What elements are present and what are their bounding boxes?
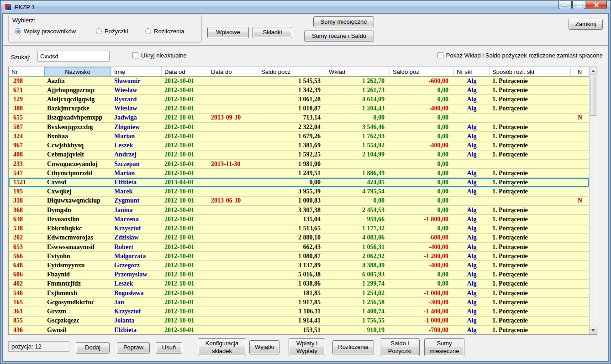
table-row[interactable]: 165GcgosymdkkrfucJan2012-10-011 917,851 … <box>9 298 589 307</box>
usun-button[interactable]: Usuń <box>156 342 182 354</box>
popraw-button[interactable]: Popraw <box>117 342 150 354</box>
table-row[interactable]: 671AjjrbupngpzruqcWiesław2012-10-011 342… <box>9 86 589 95</box>
radio-wpisy-pracownikow[interactable]: Wpisy pracowników <box>15 28 76 35</box>
rozliczenia-button[interactable]: Rozliczenia <box>332 340 374 354</box>
table-row[interactable]: 1521CxvtsdElżbieta2013-04-010,00424,050,… <box>9 178 589 187</box>
table-row[interactable]: 388BazkjmrxcptkeWiesław2012-10-011 018,8… <box>9 104 589 114</box>
cell-sposob: 1. Potrącenie <box>490 132 571 140</box>
table-row[interactable]: 638DzvoaoxlhnMarzena2012-10-01135,04959,… <box>9 215 589 224</box>
cell-nazwisko: Cxwqkej <box>44 187 111 196</box>
cell-saldo_pocz: 1 018,87 <box>258 104 326 113</box>
table-row[interactable]: 538EbkrnhqkkcKrzysztof2012-10-011 513,65… <box>9 224 589 234</box>
cell-imie: Krzysztof <box>111 307 162 316</box>
table-row[interactable]: 587BvxkenjqpxzxbgZbigniew2012-10-012 322… <box>9 123 589 132</box>
table-row[interactable]: 324BxnhaaMarian2012-10-011 679,261 762,9… <box>9 132 589 141</box>
cell-data_do <box>208 132 258 140</box>
cell-n <box>571 77 589 85</box>
table-row[interactable]: 368DymgslnJanina2012-10-013 307,382 454,… <box>9 206 589 215</box>
table-row[interactable]: 655BszqpxadvhpemxppJadwiga2012-10-012013… <box>9 114 589 123</box>
sumy-roczne-saldo-button[interactable]: Sumy roczne i Saldo <box>304 31 374 42</box>
cell-data_od: 2012-10-01 <box>162 326 208 334</box>
cell-sposob: 1. Potrącenie <box>490 141 571 150</box>
scroll-down-button[interactable] <box>590 327 597 334</box>
cell-data_od: 2012-10-01 <box>162 307 208 316</box>
dodaj-button[interactable]: Dodaj <box>76 342 110 354</box>
table-row[interactable]: 195CxwqkejMarek2012-10-013 955,394 795,5… <box>9 187 589 197</box>
cell-sposob: 1. Potrącenie <box>490 234 571 242</box>
table-row[interactable]: 606FbaynidPrzemysław2012-10-015 016,386 … <box>9 270 589 280</box>
column-header-data-od[interactable]: Data od <box>162 67 208 76</box>
cell-nazwisko: Dymgsln <box>44 206 111 214</box>
cell-data_od: 2012-10-01 <box>162 317 208 325</box>
show-wklad-saldo-label: Pokaż Wkład i Saldo pożyczek rozliczone … <box>446 52 603 59</box>
search-input[interactable] <box>37 51 110 62</box>
scroll-up-button[interactable] <box>590 67 597 75</box>
scrollbar-thumb[interactable] <box>590 76 596 116</box>
zamknij-button[interactable]: Zamknij <box>569 19 603 30</box>
saldo-pozyczki-button[interactable]: Saldo i Pożyczki <box>380 338 420 356</box>
table-row[interactable]: 233CnwugnczeyamlojSzczepan2012-10-012013… <box>9 160 589 169</box>
table-vertical-scrollbar[interactable] <box>589 67 597 334</box>
sumy-miesieczne-button[interactable]: Sumy miesięczne <box>313 16 374 27</box>
table-row[interactable]: 408CebmajqvleltAndrzej2012-10-011 592,25… <box>9 151 589 160</box>
cell-data_do <box>208 326 258 334</box>
cell-saldo_pocz: 1 038,86 <box>258 280 326 288</box>
table-row[interactable]: 202EdwmcmvorojasZdzisław2012-10-012 880,… <box>9 234 589 243</box>
wpisowe-button[interactable]: Wpisowe <box>207 27 249 38</box>
column-header-n[interactable]: N <box>571 67 589 76</box>
table-row[interactable]: 318DlquwxawqmcklupZygmunt2012-10-012013-… <box>9 197 589 206</box>
cell-data_do <box>208 252 258 260</box>
minimize-button[interactable] <box>558 1 572 9</box>
table-row[interactable]: 436GwnsilElżbieta2012-10-01153,51910,19-… <box>9 326 589 334</box>
column-header-nr[interactable]: Nr <box>9 67 44 76</box>
wplaty-wyplaty-button[interactable]: Wpłaty i Wypłaty <box>289 338 325 356</box>
skladki-button[interactable]: Składki <box>253 27 292 38</box>
table-row[interactable]: 129AloijcxqcdlgqwigRyszard2012-10-013 06… <box>9 95 589 104</box>
hide-inactive-checkbox[interactable]: Ukryj nieaktualne <box>132 52 187 59</box>
cell-data_do <box>208 169 258 177</box>
radio-pozyczki[interactable]: Pożyczki <box>96 28 128 35</box>
column-header-sposob-rozl[interactable]: Sposób rozl. skł <box>490 67 571 76</box>
konfiguracja-skladek-button[interactable]: Konfiguracja składek <box>198 338 246 356</box>
cell-nazwisko: Bvxkenjqpxzxbg <box>44 123 111 131</box>
radio-icon <box>145 28 151 34</box>
column-header-saldo-pocz[interactable]: Saldo pocz <box>258 67 326 76</box>
table-row[interactable]: 298AazftzSławomir2012-10-011 545,531 262… <box>9 77 589 86</box>
sumy-miesieczne-footer-button[interactable]: Sumy miesięczne <box>424 338 464 356</box>
cell-data_do <box>208 270 258 279</box>
table-row[interactable]: 648EytdsmyynxuGrzegorz2012-10-013 137,89… <box>9 261 589 270</box>
table-row[interactable]: 361GrvzmKrzysztof2012-10-011 106,111 400… <box>9 307 589 316</box>
cell-nr_skl: Alg <box>454 326 490 334</box>
table-row[interactable]: 566EvtyohnMałgorzata2012-10-011 080,872 … <box>9 252 589 261</box>
cell-saldo_pocz: 2 880,10 <box>258 234 326 242</box>
maximize-button[interactable] <box>572 1 585 9</box>
table-row[interactable]: 967CcwjsbkbysqLeszek2012-10-011 381,691 … <box>9 141 589 151</box>
table-row[interactable]: 547CthymcipmrzddMarian2012-10-011 249,51… <box>9 169 589 178</box>
column-header-saldo-poz[interactable]: Saldo poż <box>390 67 454 76</box>
cell-nr_skl: Alg <box>454 132 490 140</box>
close-button[interactable] <box>586 1 607 9</box>
column-header-nazwisko[interactable]: Nazwisko <box>44 67 111 76</box>
cell-n <box>571 252 589 260</box>
table-row[interactable]: 855GscpzkqezcJolanta2012-10-011 914,411 … <box>9 317 589 326</box>
radio-rozliczenia[interactable]: Rozliczenia <box>145 28 184 35</box>
table-row[interactable]: 402FmmntzjfdzLeszek2012-10-011 038,861 2… <box>9 280 589 289</box>
cell-n <box>571 261 589 270</box>
wyjatki-button[interactable]: Wyjątki <box>249 340 279 354</box>
cell-imie: Jadwiga <box>111 114 162 122</box>
table-row[interactable]: 546FxjhmmxhBogusława2012-10-01181,851 25… <box>9 289 589 298</box>
column-header-imie[interactable]: Imię <box>111 67 162 76</box>
table-row[interactable]: 653EswwssmaaymsifRobert2012-10-01662,431… <box>9 243 589 252</box>
cell-data_do <box>208 261 258 270</box>
column-header-data-do[interactable]: Data do <box>208 67 258 76</box>
column-header-nr-skl[interactable]: Nr skł <box>454 67 490 76</box>
cell-data_do <box>208 234 258 242</box>
cell-data_do <box>208 224 258 233</box>
cell-imie: Krzysztof <box>111 224 162 233</box>
radio-label: Rozliczenia <box>154 28 184 35</box>
show-wklad-saldo-checkbox[interactable]: Pokaż Wkład i Saldo pożyczek rozliczone … <box>437 52 603 59</box>
radio-label: Wpisy pracowników <box>24 28 76 35</box>
cell-data_od: 2012-10-01 <box>162 270 208 279</box>
cell-data_do <box>208 317 258 325</box>
column-header-wklad[interactable]: Wkład <box>326 67 390 76</box>
